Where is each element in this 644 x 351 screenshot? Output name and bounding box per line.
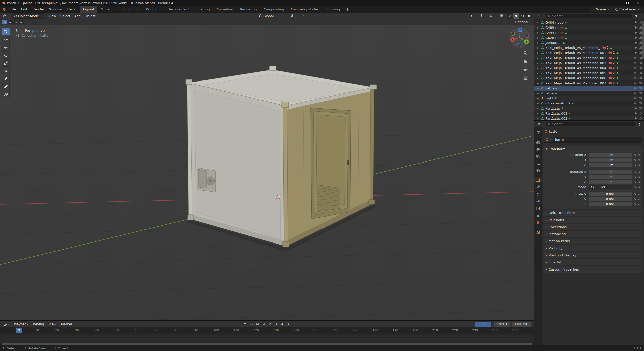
outliner-row[interactable]: ▸G489-node: [534, 25, 644, 30]
add-workspace-button[interactable]: +: [343, 6, 352, 13]
workspace-tab-uv-editing[interactable]: UV Editing: [141, 6, 165, 13]
expand-arrow[interactable]: ▸: [537, 51, 540, 54]
camera-view-icon[interactable]: [523, 67, 528, 72]
outliner-row[interactable]: ▸Part1.stp.002: [534, 116, 644, 120]
outliner-filter-button[interactable]: [633, 13, 642, 19]
hide-viewport-toggle-icon[interactable]: [634, 61, 637, 64]
panel-relations[interactable]: ▸Relations: [543, 217, 642, 223]
disable-render-toggle-icon[interactable]: [639, 66, 642, 69]
gizmo-neg-y-axis[interactable]: [511, 32, 515, 36]
panel-viewport-display[interactable]: ▸Viewport Display: [543, 252, 642, 258]
animate-decorator[interactable]: [637, 186, 641, 188]
animate-decorator[interactable]: [637, 204, 641, 205]
outliner-row[interactable]: ▸G484-node: [534, 20, 644, 25]
hide-viewport-toggle-icon[interactable]: [634, 36, 637, 39]
lock-toggle[interactable]: [632, 158, 637, 161]
timeline-menu-view[interactable]: View: [46, 321, 59, 327]
tool-select-box-button[interactable]: [2, 28, 10, 35]
gizmo-z-axis[interactable]: Z: [518, 28, 522, 32]
expand-arrow[interactable]: ▸: [537, 77, 540, 79]
timeline-editor-type-button[interactable]: [2, 321, 11, 327]
timeline-tracks[interactable]: [0, 333, 534, 343]
menu-window[interactable]: Window: [47, 6, 65, 13]
play-button[interactable]: [274, 322, 279, 327]
viewport-menu-view[interactable]: View: [46, 13, 58, 19]
workspace-tab-rendering[interactable]: Rendering: [237, 6, 260, 13]
panel-delta-transform[interactable]: ▸Delta Transform: [543, 210, 642, 216]
current-frame-field[interactable]: 1: [475, 322, 491, 327]
shading-solid-button[interactable]: [513, 13, 519, 19]
tool-annotate-button[interactable]: [2, 75, 10, 82]
properties-editor-type-button[interactable]: [536, 121, 545, 127]
disable-render-toggle-icon[interactable]: [639, 82, 642, 85]
outliner-row[interactable]: ▸Kaki_Meja_Default_As_Machined_0032: [534, 60, 644, 65]
tool-add-cube-button[interactable]: [2, 91, 10, 98]
properties-tab-output[interactable]: [534, 146, 542, 153]
timeline-ruler[interactable]: 1 10203040506070809010011012013014015016…: [0, 327, 534, 333]
disable-render-toggle-icon[interactable]: [639, 36, 642, 39]
hide-viewport-toggle-icon[interactable]: [634, 21, 637, 24]
navigation-gizmo[interactable]: Z X Y: [509, 27, 530, 48]
animate-decorator[interactable]: [637, 159, 641, 161]
value-field[interactable]: 0 m: [589, 163, 632, 167]
scene-unlink-button[interactable]: [607, 8, 610, 11]
editor-type-button[interactable]: [2, 13, 11, 19]
perspective-grid-icon[interactable]: [523, 76, 528, 80]
properties-tab-render[interactable]: [534, 139, 542, 146]
properties-tab-material[interactable]: [534, 219, 542, 226]
outliner-editor-type-button[interactable]: [536, 13, 545, 19]
hide-viewport-toggle-icon[interactable]: [634, 46, 637, 49]
properties-tab-scene[interactable]: [534, 160, 542, 167]
outliner-row[interactable]: ▸Kaki_Meja_Default_As_Machined_2: [534, 45, 644, 50]
properties-tab-modifiers[interactable]: [534, 184, 542, 191]
lock-toggle[interactable]: [632, 203, 637, 206]
outliner-scrollbar[interactable]: [642, 21, 644, 59]
outliner-row[interactable]: ▸Light: [534, 96, 644, 101]
disable-render-toggle-icon[interactable]: [639, 76, 642, 79]
next-keyframe-button[interactable]: [280, 322, 285, 327]
outliner-row[interactable]: ▸Kaki_Meja_Default_As_Machined_0012: [534, 50, 644, 55]
panel-visibility[interactable]: ▸Visibility: [543, 245, 642, 251]
viewlayer-remove-button[interactable]: [637, 8, 640, 11]
value-field[interactable]: 0°: [589, 175, 632, 179]
timeline-menu-playback[interactable]: Playback: [12, 321, 31, 327]
viewlayer-selector[interactable]: ViewLayer: [613, 7, 642, 12]
lock-toggle[interactable]: [632, 193, 637, 196]
transform-panel-header[interactable]: ▼ Transform: [543, 146, 642, 152]
select-mode-new-button[interactable]: [2, 20, 7, 24]
hide-viewport-toggle-icon[interactable]: [634, 76, 637, 79]
properties-tab-view-layer[interactable]: [534, 153, 542, 160]
auto-keyframe-toggle[interactable]: [242, 322, 248, 327]
disable-render-toggle-icon[interactable]: [639, 21, 642, 24]
scene-selector[interactable]: Scene: [590, 7, 612, 12]
hide-viewport-toggle-icon[interactable]: [634, 112, 637, 115]
outliner-row[interactable]: ▸Kaki_Meja_Default_As_Machined_0072: [534, 80, 644, 86]
timeline-menu-marker[interactable]: Marker: [59, 321, 75, 327]
3d-viewport[interactable]: User Perspective (1) Collection | katto …: [0, 25, 534, 320]
tool-transform-button[interactable]: [2, 67, 10, 74]
animate-decorator[interactable]: [637, 181, 641, 183]
expand-arrow[interactable]: ▸: [537, 97, 540, 100]
hide-viewport-toggle-icon[interactable]: [634, 87, 637, 90]
properties-tab-particles[interactable]: [534, 191, 542, 198]
properties-tab-tool[interactable]: [534, 129, 542, 136]
hide-viewport-toggle-icon[interactable]: [634, 56, 637, 59]
animate-decorator[interactable]: [637, 194, 641, 195]
expand-arrow[interactable]: ▸: [537, 117, 540, 120]
expand-arrow[interactable]: ▸: [537, 41, 540, 44]
lock-toggle[interactable]: [632, 164, 637, 166]
properties-search-input[interactable]: Search: [546, 122, 635, 126]
overlays-dropdown[interactable]: [489, 13, 498, 19]
workspace-tab-animation[interactable]: Animation: [213, 6, 237, 13]
expand-arrow[interactable]: ▸: [537, 46, 540, 49]
start-frame-field[interactable]: Start 1: [494, 322, 510, 327]
disable-render-toggle-icon[interactable]: [639, 26, 642, 29]
expand-arrow[interactable]: ▸: [537, 102, 540, 105]
expand-arrow[interactable]: ▸: [537, 62, 540, 64]
maximize-button[interactable]: [622, 0, 633, 6]
outliner-row[interactable]: ▸Kaki_Meja_Default_As_Machined_0062: [534, 75, 644, 80]
hide-viewport-toggle-icon[interactable]: [634, 117, 637, 120]
expand-arrow[interactable]: ▸: [537, 31, 540, 34]
play-reverse-button[interactable]: [267, 322, 273, 327]
panel-instancing[interactable]: ▸Instancing: [543, 231, 642, 237]
